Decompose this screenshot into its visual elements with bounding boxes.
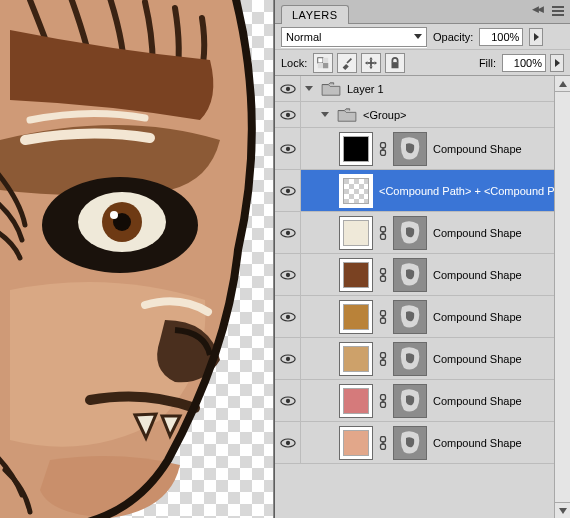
layer-row-root[interactable]: Layer 1 <box>275 76 570 102</box>
chevron-right-icon <box>555 59 560 67</box>
layer-row[interactable]: Compound Shape <box>275 380 570 422</box>
visibility-toggle[interactable] <box>275 296 301 337</box>
eye-icon <box>280 396 296 406</box>
layer-name: Compound Shape <box>433 353 566 365</box>
layer-name: <Group> <box>363 109 566 121</box>
layer-thumbnail[interactable] <box>339 174 373 208</box>
eye-icon <box>280 270 296 280</box>
visibility-toggle[interactable] <box>275 128 301 169</box>
link-indicator[interactable] <box>379 394 387 408</box>
vector-mask[interactable] <box>393 300 427 334</box>
lock-paint-button[interactable] <box>337 53 357 73</box>
tab-layers[interactable]: LAYERS <box>281 5 349 24</box>
layer-row-group[interactable]: <Group> <box>275 102 570 128</box>
layer-row[interactable]: Compound Shape <box>275 338 570 380</box>
opacity-label: Opacity: <box>433 31 473 43</box>
fill-input[interactable]: 100% <box>502 54 546 72</box>
link-icon <box>379 268 387 282</box>
fill-flyout-button[interactable] <box>550 54 564 72</box>
svg-point-13 <box>285 86 289 90</box>
link-icon <box>379 352 387 366</box>
vector-mask-thumbnail <box>398 346 422 372</box>
layer-list-scrollbar[interactable] <box>554 76 570 518</box>
fill-value: 100% <box>514 57 542 69</box>
vector-mask-thumbnail <box>398 430 422 456</box>
link-indicator[interactable] <box>379 352 387 366</box>
svg-rect-8 <box>318 63 323 68</box>
vector-mask[interactable] <box>393 216 427 250</box>
visibility-toggle[interactable] <box>275 254 301 295</box>
artwork-illustration <box>0 0 270 518</box>
layer-name: Compound Shape <box>433 227 566 239</box>
svg-point-34 <box>285 314 289 318</box>
scrollbar-track[interactable] <box>555 92 570 502</box>
svg-point-24 <box>285 230 289 234</box>
layer-name: Compound Shape <box>433 143 566 155</box>
link-indicator[interactable] <box>379 436 387 450</box>
folder-icon <box>337 107 357 123</box>
disclosure-triangle-icon[interactable] <box>321 112 329 117</box>
svg-point-4 <box>110 211 118 219</box>
vector-mask[interactable] <box>393 132 427 166</box>
link-icon <box>379 226 387 240</box>
opacity-input[interactable]: 100% <box>479 28 523 46</box>
layer-row[interactable]: Compound Shape <box>275 128 570 170</box>
lock-move-button[interactable] <box>361 53 381 73</box>
link-icon <box>379 310 387 324</box>
layer-row[interactable]: Compound Shape <box>275 422 570 464</box>
svg-point-29 <box>285 272 289 276</box>
layer-row[interactable]: Compound Shape <box>275 212 570 254</box>
lock-transparency-button[interactable] <box>313 53 333 73</box>
layer-name: Compound Shape <box>433 311 566 323</box>
chevron-up-icon <box>559 81 567 87</box>
layer-row[interactable]: Compound Shape <box>275 296 570 338</box>
opacity-flyout-button[interactable] <box>529 28 543 46</box>
panel-menu-icon[interactable] <box>549 4 567 18</box>
blend-mode-select[interactable]: Normal <box>281 27 427 47</box>
eye-icon <box>280 354 296 364</box>
panel-collapse-icon[interactable]: ◀◀ <box>532 4 546 14</box>
layer-thumbnail[interactable] <box>339 384 373 418</box>
layer-thumbnail[interactable] <box>339 426 373 460</box>
link-indicator[interactable] <box>379 268 387 282</box>
scroll-up-button[interactable] <box>555 76 570 92</box>
vector-mask-thumbnail <box>398 304 422 330</box>
scroll-down-button[interactable] <box>555 502 570 518</box>
disclosure-triangle-icon[interactable] <box>305 86 313 91</box>
link-indicator[interactable] <box>379 310 387 324</box>
visibility-toggle[interactable] <box>275 102 301 127</box>
layers-panel: ◀◀ LAYERS Normal Opacity: 100% Lock: <box>274 0 570 518</box>
eye-icon <box>280 228 296 238</box>
layer-row[interactable]: <Compound Path> + <Compound Pat... <box>275 170 570 212</box>
layer-thumbnail[interactable] <box>339 216 373 250</box>
visibility-toggle[interactable] <box>275 212 301 253</box>
vector-mask[interactable] <box>393 426 427 460</box>
layer-thumbnail[interactable] <box>339 132 373 166</box>
layer-thumbnail[interactable] <box>339 258 373 292</box>
link-indicator[interactable] <box>379 142 387 156</box>
lock-all-button[interactable] <box>385 53 405 73</box>
visibility-toggle[interactable] <box>275 170 301 211</box>
layer-name: Compound Shape <box>433 437 566 449</box>
svg-point-15 <box>285 112 289 116</box>
move-icon <box>364 56 378 70</box>
vector-mask-thumbnail <box>398 262 422 288</box>
vector-mask[interactable] <box>393 342 427 376</box>
chevron-down-icon <box>414 34 422 39</box>
svg-point-39 <box>285 356 289 360</box>
vector-mask[interactable] <box>393 384 427 418</box>
visibility-toggle[interactable] <box>275 380 301 421</box>
visibility-toggle[interactable] <box>275 76 301 101</box>
visibility-toggle[interactable] <box>275 422 301 463</box>
link-indicator[interactable] <box>379 226 387 240</box>
svg-rect-11 <box>392 62 399 68</box>
svg-rect-6 <box>323 63 328 68</box>
layer-row[interactable]: Compound Shape <box>275 254 570 296</box>
layer-thumbnail[interactable] <box>339 300 373 334</box>
svg-rect-7 <box>323 57 328 62</box>
svg-point-44 <box>285 398 289 402</box>
visibility-toggle[interactable] <box>275 338 301 379</box>
vector-mask[interactable] <box>393 258 427 292</box>
layer-thumbnail[interactable] <box>339 342 373 376</box>
fill-label: Fill: <box>479 57 496 69</box>
